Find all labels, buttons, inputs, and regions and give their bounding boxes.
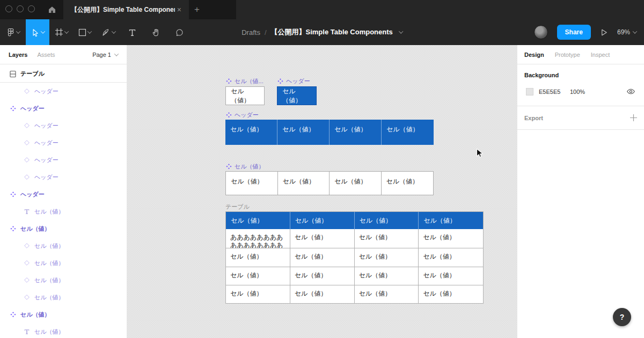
window-maximize-dot[interactable] <box>28 5 35 12</box>
frame-tool-button[interactable] <box>49 19 73 45</box>
present-play-icon[interactable] <box>600 28 608 36</box>
layer-row-instance[interactable]: セル（値） <box>0 271 127 289</box>
canvas[interactable]: セル（値... セル（値） ヘッダー セル（値） ヘッダー セル（値）セル（値）… <box>127 45 517 338</box>
frame-label-text: テーブル <box>225 203 250 211</box>
header-cell-component[interactable]: セル（値） <box>277 86 317 105</box>
table-body-cell[interactable]: セル（値） <box>419 285 483 304</box>
layer-row-frame[interactable]: テーブル <box>0 65 127 83</box>
home-icon[interactable] <box>46 4 58 16</box>
table-header-cell[interactable]: セル（値） <box>290 212 355 229</box>
header-row-component[interactable]: セル（値）セル（値）セル（値）セル（値） <box>225 120 434 145</box>
row-cell[interactable]: セル（値） <box>330 172 382 195</box>
table-row[interactable]: セル（値）セル（値）セル（値）セル（値） <box>226 267 483 285</box>
export-section[interactable]: Export <box>517 106 644 129</box>
tab-design[interactable]: Design <box>524 52 544 58</box>
help-button[interactable]: ? <box>613 308 631 326</box>
layer-row-instance[interactable]: ヘッダー <box>0 168 127 186</box>
cell-component[interactable]: セル（値） <box>225 86 265 105</box>
layer-row-component[interactable]: ヘッダー <box>0 100 127 117</box>
chevron-down-icon[interactable] <box>399 29 403 33</box>
layer-row-instance[interactable]: ヘッダー <box>0 117 127 134</box>
table-body-cell[interactable]: セル（値） <box>419 248 483 267</box>
color-swatch[interactable] <box>526 88 533 95</box>
table-body-cell[interactable]: セル（値） <box>355 285 419 304</box>
hand-tool-button[interactable] <box>144 19 167 45</box>
table-header-row[interactable]: セル（値）セル（値）セル（値）セル（値） <box>226 212 483 229</box>
zoom-control[interactable]: 69% <box>617 28 636 36</box>
table-body-cell[interactable]: セル（値） <box>290 267 355 285</box>
table-row[interactable]: セル（値）セル（値）セル（値）セル（値） <box>226 285 483 303</box>
layer-row-text[interactable]: セル（値） <box>0 323 127 338</box>
table-body-cell[interactable]: セル（値） <box>355 229 419 248</box>
table-frame[interactable]: セル（値）セル（値）セル（値）セル（値） ああああああああああああああああああセ… <box>225 211 484 304</box>
tab-layers[interactable]: Layers <box>9 52 27 58</box>
window-minimize-dot[interactable] <box>17 5 24 12</box>
header-cell[interactable]: セル（値） <box>277 86 317 105</box>
table-body-cell[interactable]: セル（値） <box>355 248 419 267</box>
tab-inspect[interactable]: Inspect <box>591 52 610 58</box>
layer-row-component[interactable]: セル（値） <box>0 306 127 323</box>
breadcrumb-file-title[interactable]: 【公開用】Simple Table Components <box>271 27 393 37</box>
user-avatar[interactable] <box>534 25 548 39</box>
window-controls[interactable] <box>5 5 35 12</box>
main-menu-button[interactable] <box>0 19 26 45</box>
window-close-dot[interactable] <box>5 5 12 12</box>
table-body-cell[interactable]: セル（値） <box>290 229 355 248</box>
table-body-cell[interactable]: セル（値） <box>226 285 290 304</box>
breadcrumb-drafts[interactable]: Drafts <box>241 28 260 36</box>
cell-row-component[interactable]: セル（値）セル（値）セル（値）セル（値） <box>225 171 434 195</box>
table-row[interactable]: ああああああああああああああああああセル（値）セル（値）セル（値） <box>226 229 483 248</box>
layer-row-component[interactable]: ヘッダー <box>0 186 127 203</box>
new-tab-button[interactable]: + <box>191 3 203 16</box>
layer-row-instance[interactable]: セル（値） <box>0 289 127 306</box>
frame-label[interactable]: テーブル <box>225 203 250 210</box>
row-cell[interactable]: セル（値） <box>226 172 278 195</box>
background-opacity-value[interactable]: 100% <box>570 89 626 95</box>
text-tool-button[interactable] <box>120 19 144 45</box>
component-label[interactable]: セル（値... <box>225 77 264 85</box>
tab-assets[interactable]: Assets <box>37 52 55 58</box>
header-row-cell[interactable]: セル（値） <box>225 120 277 145</box>
header-row-cell[interactable]: セル（値） <box>382 120 434 145</box>
layer-row-instance[interactable]: セル（値） <box>0 237 127 254</box>
layer-row-component[interactable]: セル（値） <box>0 220 127 237</box>
layer-row-instance[interactable]: ヘッダー <box>0 83 127 100</box>
header-row-cell[interactable]: セル（値） <box>330 120 382 145</box>
table-body-cell[interactable]: セル（値） <box>226 267 290 285</box>
header-row-cell[interactable]: セル（値） <box>277 120 330 145</box>
table-body-cell[interactable]: セル（値） <box>290 285 355 304</box>
background-hex-value[interactable]: E5E5E5 <box>539 89 570 95</box>
row-cell[interactable]: セル（値） <box>382 172 434 195</box>
plus-icon[interactable] <box>630 114 637 121</box>
component-label[interactable]: セル（値） <box>225 163 265 170</box>
tab-close-icon[interactable]: × <box>175 5 184 14</box>
page-selector[interactable]: Page 1 <box>92 52 118 58</box>
table-cell[interactable]: セル（値） <box>225 86 265 105</box>
share-button[interactable]: Share <box>557 25 591 40</box>
table-header-cell[interactable]: セル（値） <box>355 212 419 229</box>
table-body-cell[interactable]: ああああああああああああああああああ <box>226 229 290 248</box>
comment-tool-button[interactable] <box>167 19 191 45</box>
table-body-cell[interactable]: セル（値） <box>355 267 419 285</box>
pen-tool-button[interactable] <box>97 19 120 45</box>
table-row[interactable]: セル（値）セル（値）セル（値）セル（値） <box>226 248 483 267</box>
table-body-cell[interactable]: セル（値） <box>290 248 355 267</box>
layer-row-text[interactable]: セル（値） <box>0 203 127 220</box>
component-label[interactable]: ヘッダー <box>225 111 259 119</box>
component-label[interactable]: ヘッダー <box>277 77 310 85</box>
shape-tool-button[interactable] <box>73 19 97 45</box>
layer-row-instance[interactable]: ヘッダー <box>0 151 127 168</box>
layer-row-instance[interactable]: セル（値） <box>0 254 127 271</box>
row-cell[interactable]: セル（値） <box>278 172 330 195</box>
table-body-cell[interactable]: セル（値） <box>226 248 290 267</box>
move-tool-button[interactable] <box>26 19 49 45</box>
table-header-cell[interactable]: セル（値） <box>419 212 483 229</box>
table-body-cell[interactable]: セル（値） <box>419 229 483 248</box>
document-tab[interactable]: 【公開用】Simple Table Components × <box>63 0 189 19</box>
table-body-cell[interactable]: セル（値） <box>419 267 483 285</box>
layer-row-instance[interactable]: ヘッダー <box>0 134 127 151</box>
tab-prototype[interactable]: Prototype <box>555 52 580 58</box>
eye-visibility-icon[interactable] <box>626 87 635 96</box>
table-body[interactable]: ああああああああああああああああああセル（値）セル（値）セル（値）セル（値）セル… <box>226 229 483 303</box>
table-header-cell[interactable]: セル（値） <box>226 212 290 229</box>
